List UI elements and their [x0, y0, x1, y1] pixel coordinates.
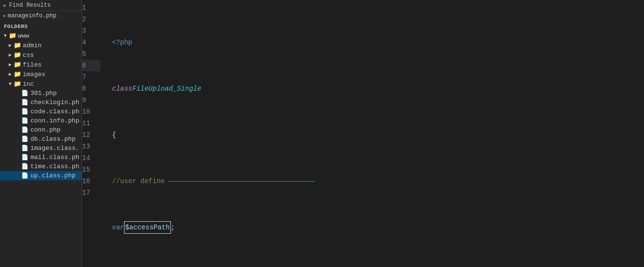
- code-line-2: class FileUpload_Single: [112, 83, 644, 94]
- file-label-imagesclassphp: images.class.: [30, 145, 79, 152]
- folders-section-label: FOLDERS: [0, 21, 82, 31]
- file-label-dbclassphp: db.class.php: [30, 135, 76, 143]
- code-line-1: <?php: [112, 37, 644, 48]
- line-num-6: 6: [82, 60, 100, 71]
- file-label-codeclassphp: code.class.ph: [30, 108, 79, 115]
- folder-icon: 📁: [14, 80, 21, 88]
- file-icon: 📄: [21, 108, 29, 115]
- file-icon: 📄: [21, 126, 29, 134]
- file-tree: ▼ 📁 www ▶ 📁 admin ▶ 📁 css ▶ 📁 files ▶ 📁 …: [0, 31, 82, 180]
- code-line-4: //user define ——————————————————————————…: [112, 175, 644, 187]
- find-results-label: Find Results: [9, 2, 51, 9]
- file-icon: 📄: [21, 163, 29, 170]
- file-label-upclassphp: up.class.php: [30, 172, 76, 179]
- line-num-16: 16: [82, 175, 100, 187]
- sidebar-item-upclassphp[interactable]: 📄 up.class.php: [0, 171, 82, 180]
- line-num-13: 13: [82, 141, 100, 152]
- code-line-5: var $accessPath ;: [112, 222, 644, 233]
- line-num-5: 5: [82, 48, 100, 60]
- line-num-8: 8: [82, 83, 100, 94]
- sidebar-item-files[interactable]: ▶ 📁 files: [0, 60, 82, 69]
- find-result-filename: manageinfo.php: [8, 13, 56, 19]
- sidebar-item-inc[interactable]: ▼ 📁 inc: [0, 79, 82, 89]
- file-icon: 📄: [21, 90, 29, 97]
- arrow-icon: ▼: [7, 81, 14, 87]
- code-line-3: {: [112, 129, 644, 141]
- file-label-connphp: conn.php: [30, 126, 60, 134]
- remove-result-icon: ✕: [3, 13, 6, 19]
- folder-label-www: www: [18, 32, 29, 40]
- line-num-4: 4: [82, 37, 100, 48]
- sidebar-item-dbclassphp[interactable]: 📄 db.class.php: [0, 134, 82, 144]
- find-result-item[interactable]: ✕ manageinfo.php: [0, 11, 82, 21]
- line-num-15: 15: [82, 164, 100, 175]
- file-icon: 📄: [21, 135, 29, 143]
- arrow-icon: ▶: [7, 62, 14, 67]
- folder-label-images: images: [23, 71, 45, 78]
- file-label-conninfophp: conn.info.php: [30, 117, 79, 124]
- line-num-11: 11: [82, 118, 100, 129]
- arrow-icon: ▶: [7, 71, 14, 77]
- sidebar-item-checkloginphp[interactable]: 📄 checklogin.ph: [0, 98, 82, 107]
- sidebar-item-admin[interactable]: ▶ 📁 admin: [0, 40, 82, 50]
- sidebar-item-www[interactable]: ▼ 📁 www: [0, 31, 82, 40]
- close-find-results-icon[interactable]: ✕: [3, 2, 6, 9]
- line-num-17: 17: [82, 187, 100, 199]
- folder-icon: 📁: [14, 61, 21, 68]
- line-num-7: 7: [82, 71, 100, 83]
- sidebar-item-connphp[interactable]: 📄 conn.php: [0, 125, 82, 134]
- code-editor[interactable]: 1 2 3 4 5 6 7 8 9 10 11 12 13 14 15 16 1…: [82, 0, 644, 267]
- folder-icon: 📁: [14, 41, 21, 49]
- folder-label-files: files: [23, 61, 42, 68]
- folder-icon: 📁: [9, 32, 16, 40]
- sidebar-item-conninfophp[interactable]: 📄 conn.info.php: [0, 116, 82, 125]
- file-label-checkloginphp: checklogin.ph: [30, 99, 79, 106]
- sidebar-item-css[interactable]: ▶ 📁 css: [0, 50, 82, 60]
- line-num-12: 12: [82, 129, 100, 141]
- folder-icon: 📁: [14, 51, 21, 59]
- line-num-1: 1: [82, 2, 100, 13]
- folder-icon: 📁: [14, 70, 21, 78]
- file-label-mailclassphp: mail.class.ph: [30, 154, 79, 161]
- sidebar-item-images[interactable]: ▶ 📁 images: [0, 69, 82, 79]
- line-num-9: 9: [82, 94, 100, 106]
- arrow-icon: ▶: [7, 52, 14, 58]
- line-num-10: 10: [82, 106, 100, 118]
- file-label-301php: 301.php: [30, 90, 57, 97]
- line-num-14: 14: [82, 152, 100, 164]
- sidebar-item-301php[interactable]: 📄 301.php: [0, 89, 82, 98]
- line-num-3: 3: [82, 25, 100, 37]
- find-results-header: ✕ Find Results: [0, 0, 82, 11]
- sidebar: ✕ Find Results ✕ manageinfo.php FOLDERS …: [0, 0, 82, 267]
- code-content[interactable]: <?php class FileUpload_Single { //user d…: [105, 0, 644, 267]
- arrow-icon: ▶: [7, 42, 14, 48]
- file-icon: 📄: [21, 154, 29, 161]
- folder-label-inc: inc: [23, 80, 34, 88]
- line-num-2: 2: [82, 13, 100, 25]
- folder-label-admin: admin: [23, 42, 42, 49]
- file-icon: 📄: [21, 172, 29, 179]
- sidebar-item-codeclassphp[interactable]: 📄 code.class.ph: [0, 107, 82, 116]
- line-numbers: 1 2 3 4 5 6 7 8 9 10 11 12 13 14 15 16 1…: [82, 0, 105, 267]
- file-icon: 📄: [21, 99, 29, 106]
- file-icon: 📄: [21, 117, 29, 124]
- sidebar-item-mailclassphp[interactable]: 📄 mail.class.ph: [0, 153, 82, 162]
- file-icon: 📄: [21, 145, 29, 152]
- sidebar-item-imagesclassphp[interactable]: 📄 images.class.: [0, 144, 82, 153]
- arrow-icon: ▼: [2, 33, 9, 39]
- folder-label-css: css: [23, 52, 34, 59]
- file-label-timeclassphp: time.class.ph: [30, 163, 79, 170]
- sidebar-item-timeclassphp[interactable]: 📄 time.class.ph: [0, 162, 82, 171]
